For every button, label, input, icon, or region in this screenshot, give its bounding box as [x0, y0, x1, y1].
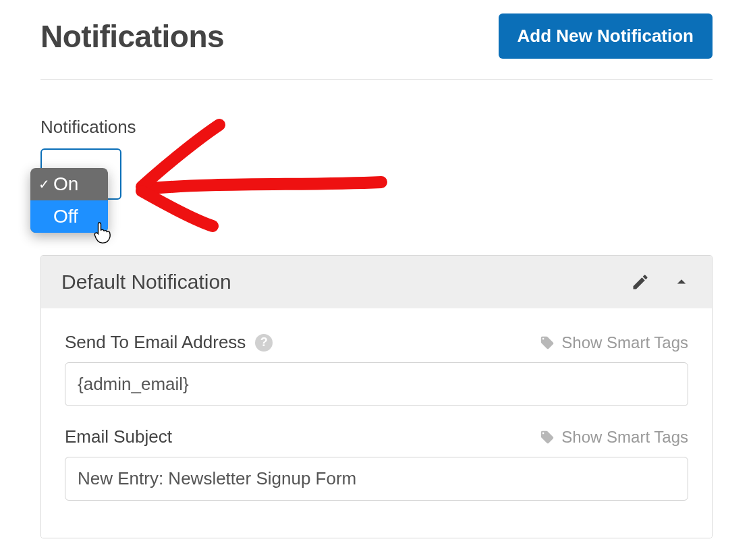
add-notification-button[interactable]: Add New Notification: [499, 13, 713, 59]
field-send-to: Send To Email Address ? Show Smart Tags: [65, 332, 688, 406]
page-title: Notifications: [40, 18, 224, 55]
field-subject: Email Subject Show Smart Tags: [65, 426, 688, 501]
dropdown-option-on[interactable]: ✓ On: [30, 168, 108, 200]
header: Notifications Add New Notification: [40, 13, 713, 80]
panel-header: Default Notification: [41, 256, 712, 308]
notifications-toggle-label: Notifications: [40, 117, 713, 138]
tag-icon: [540, 430, 555, 445]
send-to-input[interactable]: [65, 362, 688, 406]
notification-panel: Default Notification Send To Email Addre…: [40, 255, 713, 538]
check-icon: ✓: [38, 176, 53, 192]
help-icon[interactable]: ?: [255, 334, 273, 352]
show-smart-tags-link[interactable]: Show Smart Tags: [540, 428, 688, 447]
show-smart-tags-link[interactable]: Show Smart Tags: [540, 333, 688, 352]
panel-title: Default Notification: [61, 271, 231, 293]
subject-input[interactable]: [65, 457, 688, 501]
pointer-cursor-icon: [93, 221, 112, 247]
subject-label: Email Subject: [65, 426, 172, 447]
edit-icon[interactable]: [631, 273, 650, 291]
panel-body: Send To Email Address ? Show Smart Tags: [41, 308, 712, 538]
tag-icon: [540, 335, 555, 350]
send-to-label: Send To Email Address: [65, 332, 246, 353]
collapse-icon[interactable]: [671, 272, 692, 292]
